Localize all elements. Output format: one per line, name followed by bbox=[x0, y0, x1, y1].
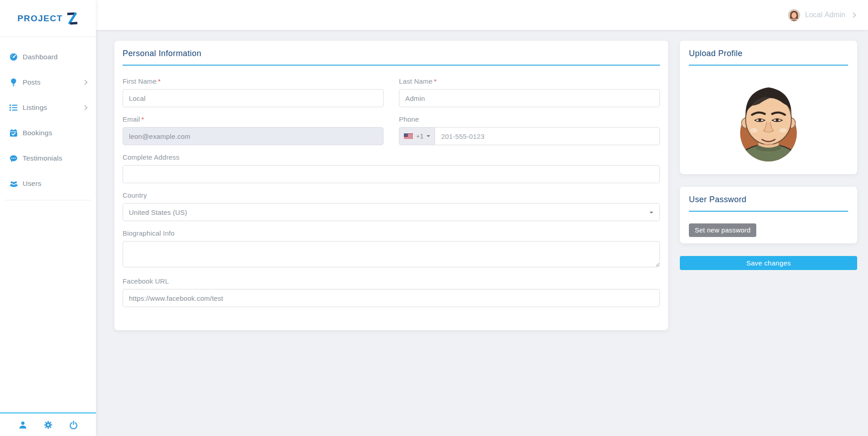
last-name-input[interactable] bbox=[399, 89, 660, 107]
gear-icon[interactable] bbox=[42, 419, 54, 431]
tachometer-icon bbox=[9, 53, 18, 61]
power-icon[interactable] bbox=[67, 419, 80, 431]
country-label: Country bbox=[123, 191, 660, 199]
user-password-card: User Password Set new password bbox=[680, 187, 857, 243]
address-input[interactable] bbox=[123, 165, 660, 183]
country-selected-value: United States (US) bbox=[129, 209, 187, 216]
profile-avatar-image bbox=[730, 77, 806, 164]
calendar-check-icon bbox=[9, 129, 18, 137]
save-changes-button[interactable]: Save changes bbox=[680, 256, 857, 270]
email-group: Email* bbox=[123, 115, 384, 145]
us-flag-icon bbox=[404, 133, 413, 139]
user-password-title: User Password bbox=[689, 195, 848, 204]
personal-info-title: Personal Information bbox=[123, 49, 660, 58]
sidebar-item-label: Users bbox=[23, 180, 89, 188]
country-select[interactable]: United States (US) bbox=[123, 203, 660, 221]
bio-group: Biographical Info bbox=[123, 229, 660, 269]
brand-logo[interactable]: PROJECT bbox=[0, 0, 96, 37]
set-new-password-button[interactable]: Set new password bbox=[689, 223, 756, 237]
user-avatar bbox=[788, 9, 800, 21]
upload-profile-title: Upload Profile bbox=[689, 49, 848, 58]
bio-label: Biographical Info bbox=[123, 229, 660, 237]
main-content: Personal Information First Name* Last Na… bbox=[96, 30, 868, 436]
chevron-right-icon bbox=[82, 80, 87, 85]
sidebar-item-label: Posts bbox=[23, 78, 83, 86]
brand-z-icon bbox=[65, 11, 79, 26]
right-column: Upload Profile bbox=[680, 41, 857, 270]
sidebar-item-testimonials[interactable]: Testimonials bbox=[0, 146, 96, 171]
topbar: Local Admin bbox=[96, 0, 868, 30]
sidebar-item-posts[interactable]: Posts bbox=[0, 70, 96, 95]
country-group: Country United States (US) bbox=[123, 191, 660, 221]
sidebar-item-bookings[interactable]: Bookings bbox=[0, 120, 96, 146]
upload-profile-card: Upload Profile bbox=[680, 41, 857, 174]
sidebar-item-users[interactable]: Users bbox=[0, 171, 96, 196]
chevron-right-icon bbox=[850, 12, 856, 18]
list-icon bbox=[9, 104, 18, 112]
sidebar-item-label: Listings bbox=[23, 104, 83, 112]
dial-code-dropdown[interactable]: +1 bbox=[399, 127, 435, 145]
facebook-input[interactable] bbox=[123, 289, 660, 307]
required-marker: * bbox=[158, 77, 161, 85]
address-group: Complete Address bbox=[123, 153, 660, 183]
facebook-label: Facebook URL bbox=[123, 277, 660, 285]
caret-down-icon bbox=[650, 212, 653, 213]
sidebar-item-dashboard[interactable]: Dashboard bbox=[0, 44, 96, 70]
first-name-input[interactable] bbox=[123, 89, 384, 107]
sidebar-nav: Dashboard Posts Listings Bookings bbox=[0, 37, 96, 200]
phone-label: Phone bbox=[399, 115, 660, 123]
lightbulb-icon bbox=[9, 78, 18, 86]
user-menu[interactable]: Local Admin bbox=[788, 9, 855, 21]
bio-textarea[interactable] bbox=[123, 241, 660, 267]
sidebar-footer bbox=[0, 412, 96, 436]
phone-input[interactable] bbox=[435, 127, 660, 145]
sidebar-item-label: Bookings bbox=[23, 129, 89, 137]
phone-group: Phone +1 bbox=[399, 115, 660, 145]
email-input[interactable] bbox=[123, 127, 384, 145]
dial-code: +1 bbox=[416, 133, 423, 140]
sidebar-item-label: Dashboard bbox=[23, 53, 89, 61]
nav-divider bbox=[5, 200, 90, 200]
facebook-group: Facebook URL bbox=[123, 277, 660, 307]
last-name-label: Last Name* bbox=[399, 77, 660, 85]
comment-dots-icon bbox=[9, 154, 18, 162]
user-icon[interactable] bbox=[17, 419, 29, 431]
required-marker: * bbox=[434, 77, 436, 85]
profile-photo[interactable] bbox=[689, 77, 848, 164]
address-label: Complete Address bbox=[123, 153, 660, 161]
sidebar-item-listings[interactable]: Listings bbox=[0, 95, 96, 120]
required-marker: * bbox=[142, 115, 144, 123]
sidebar-item-label: Testimonials bbox=[23, 154, 89, 162]
brand-name: PROJECT bbox=[17, 14, 62, 24]
last-name-group: Last Name* bbox=[399, 77, 660, 107]
first-name-group: First Name* bbox=[123, 77, 384, 107]
email-label: Email* bbox=[123, 115, 384, 123]
title-underline bbox=[689, 211, 848, 212]
sidebar: PROJECT Dashboard Posts bbox=[0, 0, 96, 436]
title-underline bbox=[689, 65, 848, 66]
first-name-label: First Name* bbox=[123, 77, 384, 85]
caret-down-icon bbox=[427, 135, 430, 137]
title-underline bbox=[123, 65, 660, 66]
personal-info-card: Personal Information First Name* Last Na… bbox=[114, 41, 668, 330]
user-name: Local Admin bbox=[805, 11, 845, 19]
users-icon bbox=[9, 180, 18, 188]
chevron-right-icon bbox=[82, 105, 87, 110]
